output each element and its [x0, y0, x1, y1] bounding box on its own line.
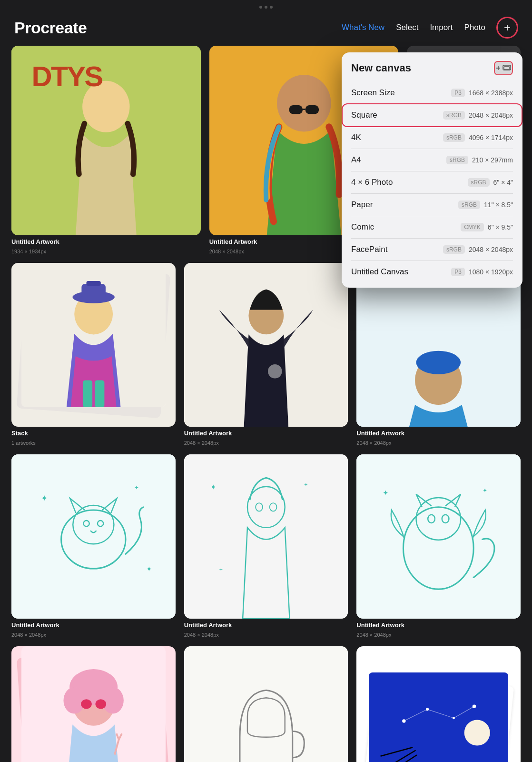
gallery-item-sketch-cat2[interactable]: ✦ ✦ Untitled Artwork 2048 × 2048px [356, 454, 521, 638]
canvas-name-paper: Paper [351, 200, 458, 210]
gallery-label-sketch-girl: Untitled Artwork [184, 622, 348, 629]
canvas-badge-a4: sRGB [446, 156, 468, 164]
gallery-sublabel-sketch-cat2: 2048 × 2048px [356, 632, 521, 638]
thumb-pink-stack [11, 646, 176, 762]
dot-1 [259, 6, 262, 9]
stack-card-front [21, 263, 166, 407]
canvas-option-comic[interactable]: Comic CMYK 6" × 9.5" [345, 216, 520, 238]
gallery-label-dtys: Untitled Artwork [11, 238, 201, 245]
canvas-option-untitled[interactable]: Untitled Canvas P3 1080 × 1920px [345, 261, 520, 283]
thumb-sketch-girl: ✦ + + [184, 454, 348, 619]
canvas-size-4x6: 6" × 4" [493, 179, 513, 186]
gallery-row-2: Stack 1 artworks Un [11, 263, 521, 446]
gallery-sublabel-sketch-girl: 2048 × 2048px [184, 632, 348, 638]
canvas-option-facepaint[interactable]: FacePaint sRGB 2048 × 2048px [345, 239, 520, 261]
gallery-item-blue-char[interactable]: Untitled Artwork 2048 × 2048px [356, 263, 521, 446]
gallery-row-4: Stack 2 artworks Untitled Artw [11, 646, 521, 762]
svg-point-6 [277, 75, 331, 131]
svg-point-24 [416, 351, 461, 374]
canvas-option-screen-size[interactable]: Screen Size P3 1668 × 2388px [345, 82, 520, 104]
sketch-cat1-artwork: ✦ ✦ ✦ [11, 454, 176, 619]
canvas-badge-untitled: P3 [451, 268, 465, 276]
svg-rect-15 [81, 284, 106, 299]
gallery-item-dtys[interactable]: DTYS Untitled Artwork 1934 × 1934px [11, 46, 201, 254]
gallery-sublabel-stack-1: 1 artworks [11, 440, 176, 446]
gallery-item-sketch-girl[interactable]: ✦ + + Untitled Artwork 2048 × 2048px [184, 454, 348, 638]
svg-rect-55 [369, 674, 508, 762]
svg-text:+: + [304, 481, 307, 488]
pink-stack-front [21, 646, 166, 762]
canvas-badge-facepaint: sRGB [443, 245, 465, 254]
gallery-sublabel-dtys: 1934 × 1934px [11, 249, 201, 254]
svg-rect-33 [184, 454, 348, 619]
canvas-option-square[interactable]: Square sRGB 2048 × 2048px [345, 104, 520, 126]
svg-text:✦: ✦ [210, 483, 217, 491]
canvas-option-4x6[interactable]: 4 × 6 Photo sRGB 6" × 4" [345, 171, 520, 193]
svg-point-56 [402, 719, 405, 722]
canvas-badge-screen-size: P3 [451, 89, 465, 97]
canvas-size-a4: 210 × 297mm [472, 156, 513, 164]
canvas-option-4k[interactable]: 4K sRGB 4096 × 1714px [345, 127, 520, 149]
gallery-sublabel-blue-char: 2048 × 2048px [356, 440, 521, 446]
canvas-badge-4k: sRGB [443, 133, 465, 142]
plus-icon: + [504, 21, 511, 34]
svg-rect-8 [305, 105, 318, 114]
new-canvas-add-btn[interactable]: + [494, 61, 513, 75]
new-canvas-header: New canvas + [342, 52, 522, 82]
header: Procreate What's New Select Import Photo… [0, 12, 532, 46]
gallery-item-blue-card-stack[interactable]: Stack 2 artworks [356, 646, 521, 762]
new-canvas-dropdown: New canvas + Screen Size P3 1668 × 2388p… [342, 52, 522, 288]
canvas-name-untitled: Untitled Canvas [351, 267, 451, 277]
svg-text:✦: ✦ [483, 487, 487, 494]
svg-text:✦: ✦ [383, 490, 389, 497]
status-bar [0, 0, 532, 12]
svg-rect-40 [356, 454, 521, 619]
new-canvas-button[interactable]: + [497, 17, 518, 38]
gallery-item-dark-char[interactable]: Untitled Artwork 2048 × 2048px [184, 263, 348, 446]
dot-3 [270, 6, 273, 9]
svg-point-50 [63, 687, 85, 714]
canvas-size-facepaint: 2048 × 2048px [469, 246, 513, 253]
canvas-size-4k: 4096 × 1714px [469, 134, 513, 141]
thumb-stack-1 [11, 263, 176, 427]
svg-rect-7 [289, 105, 302, 114]
canvas-name-4k: 4K [351, 133, 443, 142]
canvas-option-a4[interactable]: A4 sRGB 210 × 297mm [345, 149, 520, 171]
svg-rect-18 [95, 380, 104, 407]
svg-text:✦: ✦ [41, 494, 48, 503]
thumb-dtys: DTYS [11, 46, 201, 235]
gallery-item-sketch-cat1[interactable]: ✦ ✦ ✦ Untitled Artwork 2048 × 2048px [11, 454, 176, 638]
canvas-name-screen-size: Screen Size [351, 88, 451, 98]
canvas-badge-4x6: sRGB [468, 178, 490, 187]
canvas-size-comic: 6" × 9.5" [488, 223, 513, 231]
svg-rect-17 [83, 380, 92, 407]
svg-point-51 [102, 687, 123, 714]
nc-format-icon [502, 65, 511, 71]
gallery-label-blue-char: Untitled Artwork [356, 430, 521, 437]
stack-artwork [21, 263, 166, 407]
svg-point-52 [81, 699, 92, 709]
gallery-item-arch-sketch[interactable]: Untitled Artwork 2048 × 2048px [184, 646, 348, 762]
header-nav: What's New Select Import Photo + [342, 17, 518, 38]
svg-text:+: + [219, 567, 223, 573]
canvas-option-paper[interactable]: Paper sRGB 11" × 8.5" [345, 194, 520, 216]
dot-2 [265, 6, 267, 9]
app-title: Procreate [14, 19, 87, 37]
canvas-name-square: Square [351, 110, 443, 120]
nc-plus-icon: + [496, 64, 500, 72]
new-canvas-title: New canvas [351, 62, 411, 74]
arch-sketch-artwork [184, 646, 348, 762]
new-canvas-list: Screen Size P3 1668 × 2388px Square sRGB… [342, 82, 522, 288]
gallery-item-stack-1[interactable]: Stack 1 artworks [11, 263, 176, 446]
nav-whats-new[interactable]: What's New [342, 23, 384, 32]
blue-card-artwork [369, 672, 508, 762]
gallery-sublabel-sketch-cat1: 2048 × 2048px [11, 632, 176, 638]
gallery-item-pink-stack[interactable]: Stack 2 artworks [11, 646, 176, 762]
svg-text:✦: ✦ [146, 566, 152, 573]
canvas-size-paper: 11" × 8.5" [484, 201, 513, 209]
nav-photo[interactable]: Photo [464, 23, 485, 32]
sketch-cat2-artwork: ✦ ✦ [356, 454, 521, 619]
gallery-label-sketch-cat2: Untitled Artwork [356, 622, 521, 629]
nav-select[interactable]: Select [396, 23, 418, 32]
nav-import[interactable]: Import [430, 23, 453, 32]
